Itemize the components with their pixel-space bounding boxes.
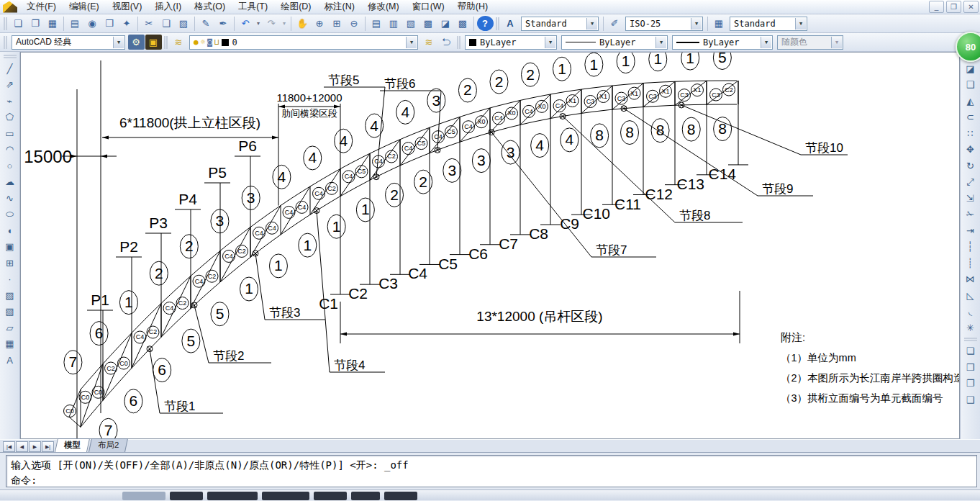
chevron-down-icon[interactable]: ▼ [545, 37, 555, 48]
preview-icon[interactable]: ◉ [84, 16, 101, 31]
revcloud-icon[interactable]: ☁ [1, 174, 18, 191]
paste-icon[interactable]: ▨ [176, 16, 192, 31]
zoom-window-icon[interactable]: ⊞ [329, 16, 345, 31]
fillet-icon[interactable]: ◟ [962, 304, 979, 320]
send-under-icon[interactable]: ❑ [962, 392, 979, 408]
make-block-icon[interactable]: ⊞ [1, 255, 18, 271]
status-button[interactable] [207, 492, 258, 500]
undo-icon[interactable]: ↶ [237, 16, 254, 31]
layer-on-icon[interactable]: ● [194, 37, 199, 47]
toolpalettes-icon[interactable]: ▧ [403, 16, 419, 31]
linetype-combo[interactable]: ByLayer ▼ [561, 35, 668, 50]
bring-above-icon[interactable]: ❐ [962, 376, 979, 392]
toolbar-grip[interactable] [4, 55, 17, 58]
menu-n[interactable]: 标注(N) [318, 0, 361, 14]
offset-icon[interactable]: ⊂ [962, 109, 979, 126]
overlay-badge[interactable]: 80 [956, 32, 980, 62]
status-button[interactable] [384, 492, 417, 500]
toolbar-grip[interactable] [496, 17, 499, 30]
point-icon[interactable]: · [1, 271, 18, 288]
table-style-combo[interactable]: Standard ▼ [730, 17, 807, 31]
ellipse-icon[interactable]: ⬭ [1, 207, 18, 223]
chevron-down-icon[interactable]: ▼ [795, 18, 806, 30]
properties-icon[interactable]: ▤ [368, 16, 385, 31]
polygon-icon[interactable]: ⬠ [1, 109, 18, 126]
redo-drop-icon[interactable]: ▾ [281, 16, 289, 31]
circle-icon[interactable]: ○ [1, 158, 18, 174]
close-button[interactable]: ✕ [963, 1, 979, 13]
status-button[interactable] [262, 492, 309, 500]
status-button[interactable] [170, 492, 203, 500]
send-back-icon[interactable]: ❒ [962, 359, 979, 376]
menu-t[interactable]: 工具(T) [232, 0, 274, 14]
array-icon[interactable]: ∷ [962, 125, 979, 142]
menu-m[interactable]: 修改(M) [361, 0, 406, 14]
arc-icon[interactable]: ◠ [1, 142, 18, 158]
chevron-down-icon[interactable]: ▼ [586, 18, 597, 30]
chevron-down-icon[interactable]: ▼ [113, 37, 124, 48]
redo-icon[interactable]: ↷ [263, 16, 280, 31]
region-icon[interactable]: ▱ [1, 320, 18, 336]
toolbar-grip[interactable] [164, 36, 168, 49]
dwf-icon[interactable]: ✦ [119, 16, 135, 31]
plot-icon[interactable]: ▤ [67, 16, 83, 31]
menu-v[interactable]: 视图(V) [106, 0, 149, 14]
scale-icon[interactable]: ⤢ [962, 174, 979, 191]
workspace-combo[interactable]: AutoCAD 经典 ▼ [12, 35, 125, 50]
sheetset-icon[interactable]: ▩ [420, 16, 437, 31]
chevron-down-icon[interactable]: ▼ [655, 37, 666, 48]
bring-front-icon[interactable]: ❏ [962, 343, 979, 360]
erase-icon[interactable]: ◪ [962, 60, 979, 77]
minimize-button[interactable]: _ [929, 1, 944, 13]
ellipse-arc-icon[interactable]: ◖ [1, 222, 18, 239]
mtext-icon[interactable]: A [1, 352, 18, 369]
break-icon[interactable]: ┊ [962, 255, 979, 271]
pan-icon[interactable]: ✋ [294, 16, 311, 31]
restore-button[interactable]: ❐ [946, 1, 961, 13]
xline-icon[interactable]: ⇗ [1, 77, 18, 94]
status-button[interactable] [351, 492, 380, 500]
menu-e[interactable]: 编辑(E) [63, 0, 106, 14]
gradient-icon[interactable]: ▧ [1, 304, 18, 320]
command-window[interactable]: 输入选项 [开(ON)/关(OFF)/全部(A)/非原点(N)/原点(OR)/特… [0, 452, 980, 489]
layer-vpfreeze-icon[interactable]: ◙ [207, 37, 212, 47]
stretch-icon[interactable]: ⇲ [962, 190, 979, 207]
calculator-icon[interactable]: ▩ [455, 16, 471, 31]
chevron-down-icon[interactable]: ▼ [761, 37, 771, 48]
tab-nav-button[interactable]: ▶ [29, 441, 41, 452]
command-prompt[interactable]: 命令: [11, 473, 972, 488]
cut-icon[interactable]: ✂ [141, 16, 158, 31]
help-icon[interactable]: ? [477, 16, 494, 31]
table-icon[interactable]: ▦ [1, 336, 18, 353]
blockedit-icon[interactable]: ✒ [215, 16, 232, 31]
tab-布局2[interactable]: 布局2 [89, 438, 128, 452]
drawing-canvas[interactable]: P1P2P3P4P5P6C1C2C3C4C5C6C7C8C9C10C11C12C… [20, 52, 960, 439]
rotate-icon[interactable]: ↻ [962, 158, 979, 174]
menu-h[interactable]: 帮助(H) [451, 0, 494, 14]
chevron-down-icon[interactable]: ▼ [691, 18, 702, 30]
toolbar-grip[interactable] [457, 36, 460, 49]
chamfer-icon[interactable]: ◺ [962, 287, 979, 304]
markup-icon[interactable]: ◪ [437, 16, 454, 31]
publish-icon[interactable]: ❒ [101, 16, 118, 31]
menu-w[interactable]: 窗口(W) [406, 0, 451, 14]
chevron-down-icon[interactable]: ▼ [406, 37, 417, 48]
layer-combo[interactable]: ● ☼ ◙ ⊔ 0 ▼ [189, 35, 418, 50]
polyline-icon[interactable]: ⌁ [1, 93, 18, 109]
hatch-icon[interactable]: ▨ [1, 287, 18, 304]
break-point-icon[interactable]: ┆ [962, 239, 979, 256]
layer-properties-icon[interactable]: ≋ [171, 35, 187, 50]
make-object-layer-current-icon[interactable]: ≋ [421, 35, 437, 50]
toolbar-grip[interactable] [4, 17, 7, 30]
layer-previous-icon[interactable]: ⮌ [438, 35, 455, 50]
status-button[interactable] [314, 492, 347, 500]
extend-icon[interactable]: ⇥ [962, 222, 979, 239]
trim-icon[interactable]: ✁ [962, 207, 979, 223]
tab-nav-button[interactable]: ▶| [42, 441, 54, 452]
qnew-icon[interactable]: ❏ [10, 16, 27, 31]
insert-block-icon[interactable]: ▣ [1, 239, 18, 256]
save-icon[interactable]: ▦ [45, 16, 61, 31]
save-workspace-icon[interactable]: ▣ [145, 35, 162, 50]
rectangle-icon[interactable]: ▭ [1, 125, 18, 142]
move-icon[interactable]: ✥ [962, 142, 979, 158]
